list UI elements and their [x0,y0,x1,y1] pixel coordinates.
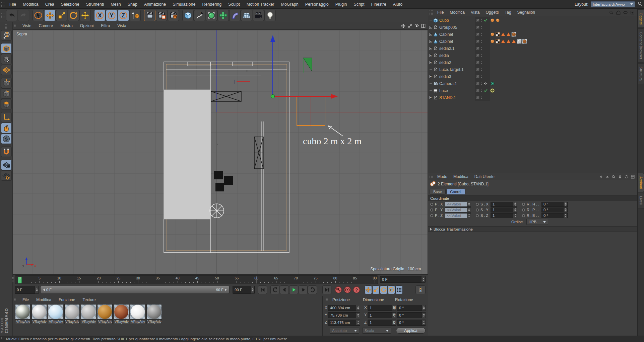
field-p-y[interactable]: <<Valori [445,207,471,212]
end-frame-stepper[interactable] [250,286,254,293]
field-stepper[interactable] [422,305,426,311]
stepper-up-icon[interactable] [468,214,470,215]
render-settings-button[interactable] [168,10,179,21]
compositing-tag[interactable] [495,32,500,37]
menu-finestre[interactable]: Finestre [368,2,390,7]
visibility-dots[interactable] [480,47,483,51]
search-button[interactable] [609,10,614,15]
menu-modifica[interactable]: Modifica [19,2,42,7]
material-thumbnail[interactable] [97,304,113,320]
om-menu-file[interactable]: File [434,10,447,15]
object-row[interactable]: +sedia [428,52,638,59]
material-item[interactable]: VRayAdv [48,304,63,324]
value-knob[interactable] [476,203,479,206]
menu-plugin[interactable]: Plugin [332,2,350,7]
coord-field-dimensione-x[interactable]: 1 [368,305,396,311]
object-name[interactable]: sedia3 [438,74,475,79]
redo-button[interactable] [18,10,29,21]
stepper-up-icon[interactable] [468,202,470,204]
object-name[interactable]: sedia2 [438,60,475,65]
light-button[interactable] [264,10,276,21]
environment-button[interactable] [241,10,252,21]
stepper-up-icon[interactable] [423,321,425,322]
coordinate-system-button[interactable] [129,10,141,21]
expand-toggle[interactable]: + [429,40,432,43]
coordinate-section-header[interactable]: Coordinate [428,195,638,201]
value-knob[interactable] [522,214,525,217]
eye-button[interactable] [623,10,628,15]
next-frame-button[interactable] [299,285,308,294]
rotate-button[interactable] [68,10,79,21]
key-pla-button[interactable] [395,285,403,294]
search-icon[interactable] [637,1,643,7]
material-menu-modifica[interactable]: Modifica [33,297,55,302]
value-knob[interactable] [476,208,479,211]
expand-toggle[interactable]: + [429,96,432,99]
camera-tag-tag[interactable] [490,81,495,86]
menu-script[interactable]: Script [350,2,368,7]
object-row[interactable]: Camera.1 [428,80,638,87]
selection-tag[interactable] [506,32,511,37]
x-lock-button[interactable]: X [94,10,106,21]
material-item[interactable]: VRayAdv [114,304,129,324]
coord-field-dimensione-y[interactable]: 1 [368,312,396,318]
visibility-dots[interactable] [480,96,483,100]
field-stepper[interactable] [563,208,567,212]
light-target-circle[interactable] [210,204,224,218]
field-stepper[interactable] [563,213,567,218]
move-button[interactable] [44,10,56,21]
object-row[interactable]: Cubo [428,17,638,24]
dolly-view-button[interactable] [407,23,412,28]
toggle-view-button[interactable] [421,23,426,28]
object-row[interactable]: +Cabinet [428,31,638,38]
menu-aiuto[interactable]: Aiuto [390,2,406,7]
workplane-mode-button[interactable] [1,170,12,181]
timeline-window-button[interactable] [415,285,426,294]
coord-field-posizione-x[interactable]: 400.394 cm [328,305,360,311]
material-menu-file[interactable]: File [19,297,33,302]
live-selection-button[interactable] [33,10,44,21]
stepper-up-icon[interactable] [565,214,567,215]
scale-dropdown[interactable]: Scala [362,328,391,334]
stepper-down-icon[interactable] [468,204,470,206]
stepper-down-icon[interactable] [565,216,567,217]
am-menu-dati-utente[interactable]: Dati Utente [471,174,498,179]
expand-toggle[interactable]: + [429,54,432,57]
stepper-down-icon[interactable] [423,308,425,310]
spline-pen-button[interactable] [194,10,205,21]
field-stepper[interactable] [467,208,471,212]
field-stepper[interactable] [513,208,517,212]
panel-tab-oggetti[interactable]: Oggetti [638,9,644,28]
prev-frame-button[interactable] [280,285,289,294]
stepper-up-icon[interactable] [423,314,425,315]
scale-button[interactable] [56,10,67,21]
viewport-menu-filtro[interactable]: Filtro [98,23,114,28]
visibility-dots[interactable] [480,39,483,44]
field-r-b-[interactable]: 0 ° [541,213,568,218]
render-picture-viewer-button[interactable] [156,10,167,21]
render-view-button[interactable] [144,10,155,21]
menu-animazione[interactable]: Animazione [141,2,169,7]
field-stepper[interactable] [356,305,360,311]
coord-field-rotazione-h[interactable]: 0 ° [397,305,426,311]
visibility-dots[interactable] [480,32,483,36]
deformer-button[interactable] [229,10,241,21]
menu-snap[interactable]: Snap [124,2,141,7]
layout-select[interactable]: Interfaccia di Avvio [591,1,635,7]
value-knob[interactable] [430,203,433,206]
drag-grip[interactable] [1,337,4,341]
field-stepper[interactable] [422,320,426,325]
object-name[interactable]: Luce.Target.1 [438,67,475,72]
material-item[interactable]: VRayAdv [97,304,113,324]
visibility-dots[interactable] [480,61,483,65]
target-tag-tag[interactable] [490,88,495,93]
cabinet-wireframe[interactable] [254,137,263,169]
orbit-view-button[interactable] [414,23,419,28]
selection-tag[interactable] [501,39,506,44]
value-knob[interactable] [430,214,433,217]
field-s-x[interactable]: 1 [491,202,517,207]
field-stepper[interactable] [467,213,471,218]
y-lock-button[interactable]: Y [106,10,117,21]
stepper-down-icon[interactable] [514,204,516,206]
object-name[interactable]: Cabinet [438,39,475,44]
